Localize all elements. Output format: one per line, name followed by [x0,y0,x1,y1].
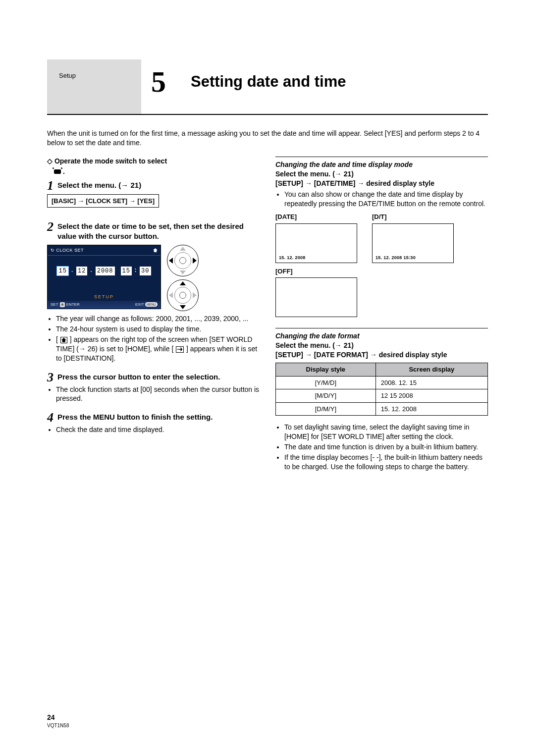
screenshot-setup-label: SETUP [48,294,160,300]
preview-date-label: [DATE] [275,213,357,221]
record-mode-icon [54,169,61,174]
change-display-mode-heading: Changing the date and time display mode [275,160,488,169]
right-column: Changing the date and time display mode … [275,157,488,481]
left-column: ◇ Operate the mode switch to select . 1 … [47,157,260,481]
preview-dt-label: [D/T] [372,213,454,221]
screenshot-exit-label: EXIT [135,302,144,307]
screenshot-enter-label: ENTER [66,302,80,308]
clock-set-screenshot: ↻ CLOCK SET 15 . 12 . 2008 15 : 30 [47,245,161,309]
table-header: Screen display [375,363,487,377]
preview-date-value: 15. 12. 2008 [279,255,306,261]
clock-sep2: . [89,267,94,275]
display-mode-path: [SETUP] → [DATE/TIME] → desired display … [275,179,488,188]
section-separator [275,157,488,157]
table-cell: 15. 12. 2008 [375,402,487,416]
step-1-heading: 1 Select the menu. (→ 21) [47,180,260,191]
intro-paragraph: When the unit is turned on for the first… [47,129,488,148]
list-item: The 24-hour system is used to display th… [56,324,260,334]
screenshot-title: CLOCK SET [56,248,84,253]
step-4-heading: 4 Press the MENU button to finish the se… [47,412,260,423]
list-item: The year will change as follows: 2000, 2… [56,314,260,324]
document-id: VQT1N58 [47,722,69,729]
clock-value-row: 15 . 12 . 2008 15 : 30 [48,267,160,275]
step-4-number: 4 [47,412,54,423]
clock-year: 2008 [96,267,115,275]
operate-switch-period: . [63,167,65,175]
house-icon [60,337,67,343]
page-footer: 24 VQT1N58 [47,713,69,729]
select-menu-instruction-2: Select the menu. (→ 21) [275,341,488,350]
step-1-text: Select the menu. (→ 21) [57,180,260,191]
operate-switch-line2: . [47,167,260,176]
section-separator-2 [275,328,488,328]
section-tab: Setup [47,59,141,114]
clock-min: 30 [140,267,151,275]
table-row: [D/M/Y] 15. 12. 2008 [276,402,488,416]
preview-off-col: [OFF] [275,267,357,318]
cursor-pad-vertical-icon [167,279,199,311]
table-cell: [Y/M/D] [276,376,376,389]
clock-hour: 15 [121,267,132,275]
clock-sep: . [70,267,75,275]
table-row: [Y/M/D] 2008. 12. 15 [276,376,488,389]
step-3-text: Press the cursor button to enter the sel… [57,372,260,383]
page-header: Setup 5 Setting date and time [47,59,488,115]
display-mode-note: You can also show or change the date and… [275,190,488,209]
list-item: Check the date and time displayed. [56,425,260,434]
table-cell: [M/D/Y] [276,389,376,403]
section-label: Setup [59,71,76,80]
menu-chip-icon: MENU [145,302,158,307]
change-date-format-heading: Changing the date format [275,331,488,341]
preview-dt-box: 15. 12. 2008 15:30 [372,223,454,263]
screenshot-set-label: SET [51,302,58,308]
cursor-pad-horizontal-icon [167,245,199,276]
page-number: 24 [47,713,69,722]
select-menu-instruction: Select the menu. (→ 21) [275,169,488,179]
list-item: To set daylight saving time, select the … [284,423,488,441]
step-2-notes: The year will change as follows: 2000, 2… [47,314,260,363]
preview-dt-col: [D/T] 15. 12. 2008 15:30 [372,213,454,263]
clock-colon: : [133,267,138,275]
preview-off-label: [OFF] [275,267,357,276]
table-cell: 2008. 12. 15 [375,376,487,389]
date-format-path: [SETUP] → [DATE FORMAT] → desired displa… [275,350,488,360]
list-item: The date and time function is driven by … [284,442,488,452]
step-4-text: Press the MENU button to finish the sett… [57,412,260,423]
clock-day: 15 [57,267,68,275]
list-item: You can also show or change the date and… [284,190,488,209]
preview-date-box: 15. 12. 2008 [275,223,357,263]
step-2-number: 2 [47,221,54,241]
chapter-number: 5 [141,59,176,114]
clock-month: 12 [76,267,87,275]
step-3-notes: The clock function starts at [00] second… [47,385,260,404]
final-notes: To set daylight saving time, select the … [275,423,488,471]
preview-dt-value: 15. 12. 2008 15:30 [375,255,416,261]
list-item: The clock function starts at [00] second… [56,385,260,404]
preview-off-box [275,277,357,317]
step-2-heading: 2 Select the date or time to be set, the… [47,221,260,241]
step-3-heading: 3 Press the cursor button to enter the s… [47,372,260,383]
date-format-table: Display style Screen display [Y/M/D] 200… [275,363,488,416]
page-title: Setting date and time [176,59,346,114]
enter-chip-icon: ⊕ [60,302,65,307]
step-2-text: Select the date or time to be set, then … [57,221,260,241]
list-item: [ ] appears on the right top of the scre… [56,335,260,363]
table-header: Display style [276,363,376,377]
operate-switch-text: Operate the mode switch to select [54,157,167,165]
list-item: If the time display becomes [- -], the b… [284,453,488,472]
home-icon [153,248,158,252]
step-3-number: 3 [47,372,54,383]
table-cell: 12 15 2008 [375,389,487,403]
table-row: [M/D/Y] 12 15 2008 [276,389,488,403]
operate-switch-instruction: ◇ Operate the mode switch to select [47,157,260,166]
preview-date-col: [DATE] 15. 12. 2008 [275,213,357,263]
step-1-number: 1 [47,180,54,191]
table-cell: [D/M/Y] [276,402,376,416]
menu-path-box: [BASIC] → [CLOCK SET] → [YES] [47,194,159,208]
plane-icon [176,346,184,353]
step-4-notes: Check the date and time displayed. [47,425,260,434]
